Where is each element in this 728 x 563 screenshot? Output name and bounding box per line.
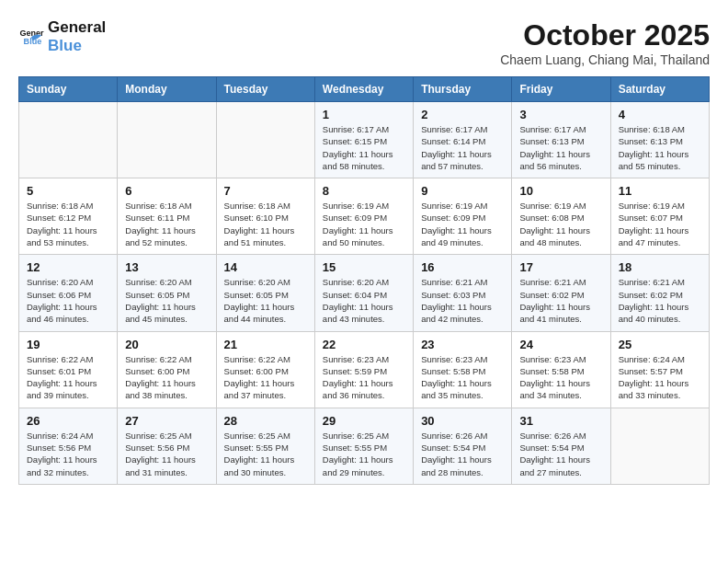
day-number: 3 [519,108,602,121]
week-row-3: 12Sunrise: 6:20 AMSunset: 6:06 PMDayligh… [19,255,710,331]
day-number: 25 [619,338,701,351]
day-info: Sunrise: 6:19 AMSunset: 6:08 PMDaylight:… [519,200,602,248]
day-info: Sunrise: 6:26 AMSunset: 5:54 PMDaylight:… [421,430,504,478]
logo-icon: General Blue [18,24,44,50]
day-number: 7 [224,184,307,198]
logo-blue: Blue [48,37,106,55]
day-cell: 6Sunrise: 6:18 AMSunset: 6:11 PMDaylight… [118,178,216,255]
day-cell: 23Sunrise: 6:23 AMSunset: 5:58 PMDayligh… [414,331,512,408]
day-cell: 22Sunrise: 6:23 AMSunset: 5:59 PMDayligh… [314,331,413,408]
day-cell: 18Sunrise: 6:21 AMSunset: 6:02 PMDayligh… [610,255,709,331]
day-info: Sunrise: 6:21 AMSunset: 6:03 PMDaylight:… [421,276,504,325]
day-cell: 4Sunrise: 6:18 AMSunset: 6:13 PMDaylight… [610,102,709,178]
day-number: 9 [421,184,504,198]
day-cell [610,408,709,484]
day-info: Sunrise: 6:24 AMSunset: 5:56 PMDaylight:… [27,430,109,478]
header-wednesday: Wednesday [314,77,413,102]
day-cell: 2Sunrise: 6:17 AMSunset: 6:14 PMDaylight… [414,102,512,178]
calendar-header-row: SundayMondayTuesdayWednesdayThursdayFrid… [19,77,710,102]
day-info: Sunrise: 6:18 AMSunset: 6:12 PMDaylight:… [27,200,109,248]
page-header: General Blue General Blue October 2025 C… [18,18,710,67]
day-cell: 3Sunrise: 6:17 AMSunset: 6:13 PMDaylight… [512,102,610,178]
header-sunday: Sunday [19,77,118,102]
day-number: 4 [619,108,701,121]
day-cell [216,102,314,178]
day-cell: 15Sunrise: 6:20 AMSunset: 6:04 PMDayligh… [314,255,413,331]
logo-general: General [48,18,106,37]
day-number: 28 [224,414,307,428]
day-info: Sunrise: 6:22 AMSunset: 6:01 PMDaylight:… [27,353,109,402]
day-number: 6 [125,184,208,198]
day-cell: 20Sunrise: 6:22 AMSunset: 6:00 PMDayligh… [118,331,216,408]
header-thursday: Thursday [414,77,512,102]
day-cell: 26Sunrise: 6:24 AMSunset: 5:56 PMDayligh… [19,408,118,484]
day-cell: 11Sunrise: 6:19 AMSunset: 6:07 PMDayligh… [610,178,709,255]
day-cell: 5Sunrise: 6:18 AMSunset: 6:12 PMDaylight… [19,178,118,255]
day-cell: 14Sunrise: 6:20 AMSunset: 6:05 PMDayligh… [216,255,314,331]
day-info: Sunrise: 6:21 AMSunset: 6:02 PMDaylight:… [519,276,602,325]
day-number: 29 [323,414,405,428]
header-monday: Monday [118,77,216,102]
day-number: 19 [27,338,109,351]
day-cell: 30Sunrise: 6:26 AMSunset: 5:54 PMDayligh… [414,408,512,484]
day-info: Sunrise: 6:25 AMSunset: 5:56 PMDaylight:… [125,430,208,478]
day-number: 23 [421,338,504,351]
day-cell: 21Sunrise: 6:22 AMSunset: 6:00 PMDayligh… [216,331,314,408]
day-cell: 29Sunrise: 6:25 AMSunset: 5:55 PMDayligh… [314,408,413,484]
day-number: 22 [323,338,405,351]
header-tuesday: Tuesday [216,77,314,102]
day-info: Sunrise: 6:21 AMSunset: 6:02 PMDaylight:… [619,276,701,325]
day-cell: 27Sunrise: 6:25 AMSunset: 5:56 PMDayligh… [118,408,216,484]
day-number: 26 [27,414,109,428]
day-info: Sunrise: 6:17 AMSunset: 6:15 PMDaylight:… [323,123,405,172]
day-cell: 25Sunrise: 6:24 AMSunset: 5:57 PMDayligh… [610,331,709,408]
day-info: Sunrise: 6:25 AMSunset: 5:55 PMDaylight:… [224,430,307,478]
day-info: Sunrise: 6:20 AMSunset: 6:06 PMDaylight:… [27,276,109,325]
day-info: Sunrise: 6:22 AMSunset: 6:00 PMDaylight:… [224,353,307,402]
day-cell: 12Sunrise: 6:20 AMSunset: 6:06 PMDayligh… [19,255,118,331]
week-row-5: 26Sunrise: 6:24 AMSunset: 5:56 PMDayligh… [19,408,710,484]
day-cell [19,102,118,178]
day-number: 13 [125,260,208,274]
day-cell: 24Sunrise: 6:23 AMSunset: 5:58 PMDayligh… [512,331,610,408]
week-row-1: 1Sunrise: 6:17 AMSunset: 6:15 PMDaylight… [19,102,710,178]
day-info: Sunrise: 6:19 AMSunset: 6:09 PMDaylight:… [323,200,405,248]
day-cell [118,102,216,178]
location-subtitle: Chaem Luang, Chiang Mai, Thailand [500,52,710,67]
day-number: 11 [619,184,701,198]
title-block: October 2025 Chaem Luang, Chiang Mai, Th… [500,18,710,67]
day-number: 18 [619,260,701,274]
day-cell: 10Sunrise: 6:19 AMSunset: 6:08 PMDayligh… [512,178,610,255]
day-info: Sunrise: 6:17 AMSunset: 6:13 PMDaylight:… [519,123,602,172]
day-info: Sunrise: 6:23 AMSunset: 5:58 PMDaylight:… [421,353,504,402]
day-number: 5 [27,184,109,198]
header-friday: Friday [512,77,610,102]
day-number: 20 [125,338,208,351]
day-info: Sunrise: 6:22 AMSunset: 6:00 PMDaylight:… [125,353,208,402]
day-info: Sunrise: 6:18 AMSunset: 6:10 PMDaylight:… [224,200,307,248]
day-number: 10 [519,184,602,198]
day-info: Sunrise: 6:20 AMSunset: 6:04 PMDaylight:… [323,276,405,325]
day-cell: 13Sunrise: 6:20 AMSunset: 6:05 PMDayligh… [118,255,216,331]
day-info: Sunrise: 6:17 AMSunset: 6:14 PMDaylight:… [421,123,504,172]
day-number: 21 [224,338,307,351]
day-info: Sunrise: 6:20 AMSunset: 6:05 PMDaylight:… [125,276,208,325]
day-info: Sunrise: 6:24 AMSunset: 5:57 PMDaylight:… [619,353,701,402]
day-number: 8 [323,184,405,198]
day-number: 1 [323,108,405,121]
day-cell: 8Sunrise: 6:19 AMSunset: 6:09 PMDaylight… [314,178,413,255]
day-info: Sunrise: 6:19 AMSunset: 6:07 PMDaylight:… [619,200,701,248]
day-number: 27 [125,414,208,428]
month-title: October 2025 [500,18,710,52]
calendar-table: SundayMondayTuesdayWednesdayThursdayFrid… [18,76,710,485]
day-cell: 31Sunrise: 6:26 AMSunset: 5:54 PMDayligh… [512,408,610,484]
logo: General Blue General Blue [18,18,106,56]
svg-text:Blue: Blue [24,38,42,47]
day-cell: 1Sunrise: 6:17 AMSunset: 6:15 PMDaylight… [314,102,413,178]
day-number: 14 [224,260,307,274]
day-cell: 16Sunrise: 6:21 AMSunset: 6:03 PMDayligh… [414,255,512,331]
day-info: Sunrise: 6:18 AMSunset: 6:11 PMDaylight:… [125,200,208,248]
day-cell: 17Sunrise: 6:21 AMSunset: 6:02 PMDayligh… [512,255,610,331]
day-number: 30 [421,414,504,428]
day-number: 12 [27,260,109,274]
